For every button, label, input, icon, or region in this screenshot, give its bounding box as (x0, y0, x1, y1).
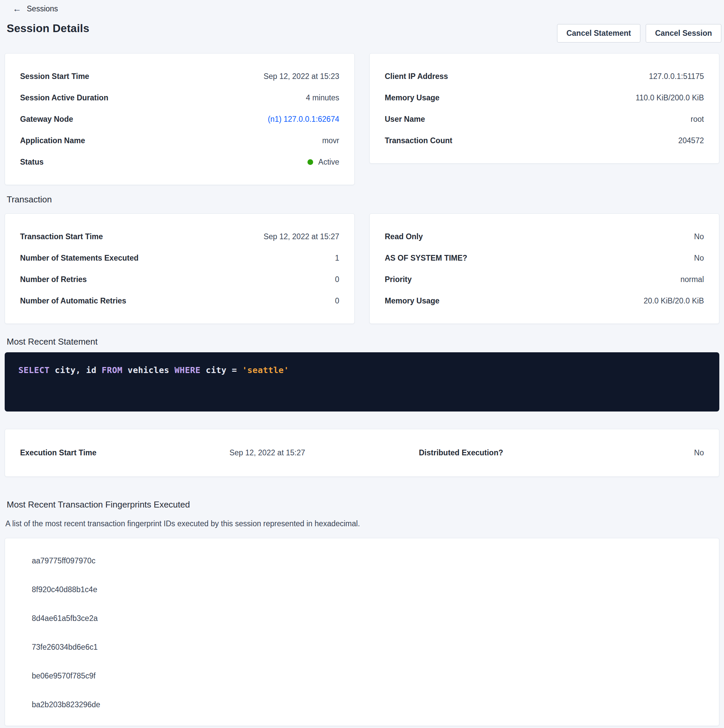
gateway-node-label: Gateway Node (20, 115, 73, 124)
transaction-start-time-value: Sep 12, 2022 at 15:27 (264, 232, 339, 241)
fingerprint-list-item: aa79775ff097970c (20, 546, 704, 575)
sql-text: city = (201, 366, 242, 375)
txn-memory-usage-row: Memory Usage 20.0 KiB/20.0 KiB (385, 290, 704, 312)
execution-summary-card: Execution Start Time Sep 12, 2022 at 15:… (5, 429, 719, 477)
application-name-label: Application Name (20, 136, 85, 145)
session-active-duration-row: Session Active Duration 4 minutes (20, 87, 339, 109)
transaction-section-title: Transaction (7, 194, 719, 205)
session-active-duration-label: Session Active Duration (20, 93, 109, 102)
transaction-count-row: Transaction Count 204572 (385, 130, 704, 151)
status-badge: Active (308, 158, 339, 167)
read-only-label: Read Only (385, 232, 423, 241)
execution-start-time-label: Execution Start Time (20, 448, 96, 457)
sql-keyword: WHERE (174, 366, 201, 375)
statements-executed-row: Number of Statements Executed 1 (20, 247, 339, 269)
session-active-duration-value: 4 minutes (306, 93, 339, 102)
priority-value: normal (681, 275, 704, 284)
transaction-count-value: 204572 (678, 136, 704, 145)
transaction-count-label: Transaction Count (385, 136, 452, 145)
distributed-execution-row: Distributed Execution? No (364, 448, 704, 457)
retries-value: 0 (335, 275, 339, 284)
fingerprint-list-item: 8f920c40d88b1c4e (20, 575, 704, 604)
user-name-value: root (690, 115, 704, 124)
application-name-row: Application Name movr (20, 130, 339, 151)
txn-memory-usage-label: Memory Usage (385, 297, 439, 306)
as-of-system-time-label: AS OF SYSTEM TIME? (385, 254, 467, 263)
read-only-value: No (694, 232, 704, 241)
cancel-statement-button[interactable]: Cancel Statement (557, 24, 640, 43)
statements-executed-value: 1 (335, 254, 339, 263)
sql-statement: SELECT city, id FROM vehicles WHERE city… (18, 366, 289, 375)
statement-section-title: Most Recent Statement (7, 336, 719, 347)
cancel-session-button[interactable]: Cancel Session (646, 24, 721, 43)
session-summary-card-left: Session Start Time Sep 12, 2022 at 15:23… (5, 53, 355, 185)
read-only-row: Read Only No (385, 226, 704, 247)
memory-usage-value: 110.0 KiB/200.0 KiB (636, 93, 704, 102)
user-name-label: User Name (385, 115, 425, 124)
session-summary-card-right: Client IP Address 127.0.0.1:51175 Memory… (369, 53, 719, 164)
sql-keyword: FROM (102, 366, 122, 375)
fingerprint-list-item: 8d4ae61a5fb3ce2a (20, 604, 704, 633)
txn-memory-usage-value: 20.0 KiB/20.0 KiB (644, 297, 704, 306)
memory-usage-label: Memory Usage (385, 93, 439, 102)
automatic-retries-value: 0 (335, 297, 339, 306)
distributed-execution-value: No (694, 448, 704, 457)
transaction-card-right: Read Only No AS OF SYSTEM TIME? No Prior… (369, 213, 719, 324)
fingerprint-list-item: ba2b203b823296de (20, 690, 704, 719)
sql-text: city, id (49, 366, 102, 375)
sql-string-literal: 'seattle' (242, 366, 289, 375)
header-actions: Cancel Statement Cancel Session (557, 24, 721, 43)
gateway-node-link[interactable]: (n1) 127.0.0.1:62674 (268, 115, 339, 124)
distributed-execution-label: Distributed Execution? (419, 448, 503, 457)
transaction-card-left: Transaction Start Time Sep 12, 2022 at 1… (5, 213, 355, 324)
client-ip-label: Client IP Address (385, 72, 448, 81)
priority-row: Priority normal (385, 269, 704, 290)
fingerprint-list-item: 73fe26034bd6e6c1 (20, 633, 704, 661)
status-row: Status Active (20, 151, 339, 173)
session-summary-row: Session Start Time Sep 12, 2022 at 15:23… (5, 53, 719, 185)
session-start-time-value: Sep 12, 2022 at 15:23 (264, 72, 339, 81)
back-link-sessions[interactable]: Sessions (27, 5, 58, 14)
execution-start-time-row: Execution Start Time Sep 12, 2022 at 15:… (20, 448, 364, 457)
fingerprint-list-item: be06e9570f785c9f (20, 661, 704, 690)
sql-text: vehicles (122, 366, 174, 375)
transaction-start-time-row: Transaction Start Time Sep 12, 2022 at 1… (20, 226, 339, 247)
session-details-page: ← Sessions Session Details Cancel Statem… (5, 3, 719, 726)
client-ip-row: Client IP Address 127.0.0.1:51175 (385, 66, 704, 87)
gateway-node-row: Gateway Node (n1) 127.0.0.1:62674 (20, 109, 339, 130)
page-title: Session Details (7, 22, 89, 35)
as-of-system-time-row: AS OF SYSTEM TIME? No (385, 247, 704, 269)
as-of-system-time-value: No (694, 254, 704, 263)
automatic-retries-row: Number of Automatic Retries 0 (20, 290, 339, 312)
transaction-start-time-label: Transaction Start Time (20, 232, 103, 241)
transaction-row: Transaction Start Time Sep 12, 2022 at 1… (5, 213, 719, 324)
status-active-dot-icon (308, 159, 313, 165)
priority-label: Priority (385, 275, 412, 284)
memory-usage-row: Memory Usage 110.0 KiB/200.0 KiB (385, 87, 704, 109)
execution-start-time-value: Sep 12, 2022 at 15:27 (230, 448, 305, 457)
session-start-time-label: Session Start Time (20, 72, 89, 81)
sql-statement-box: SELECT city, id FROM vehicles WHERE city… (5, 352, 719, 411)
retries-label: Number of Retries (20, 275, 87, 284)
back-arrow-icon[interactable]: ← (13, 5, 21, 13)
application-name-value: movr (322, 136, 339, 145)
page-header: Session Details Cancel Statement Cancel … (7, 22, 719, 43)
status-value: Active (318, 158, 339, 167)
fingerprints-section-title: Most Recent Transaction Fingerprints Exe… (7, 500, 719, 510)
retries-row: Number of Retries 0 (20, 269, 339, 290)
statements-executed-label: Number of Statements Executed (20, 254, 139, 263)
client-ip-value: 127.0.0.1:51175 (649, 72, 704, 81)
breadcrumb: ← Sessions (13, 3, 719, 14)
fingerprints-card: aa79775ff097970c 8f920c40d88b1c4e 8d4ae6… (5, 538, 719, 726)
sql-keyword: SELECT (18, 366, 49, 375)
automatic-retries-label: Number of Automatic Retries (20, 297, 126, 306)
user-name-row: User Name root (385, 109, 704, 130)
status-label: Status (20, 158, 43, 167)
fingerprints-description: A list of the most recent transaction fi… (5, 519, 719, 528)
session-start-time-row: Session Start Time Sep 12, 2022 at 15:23 (20, 66, 339, 87)
